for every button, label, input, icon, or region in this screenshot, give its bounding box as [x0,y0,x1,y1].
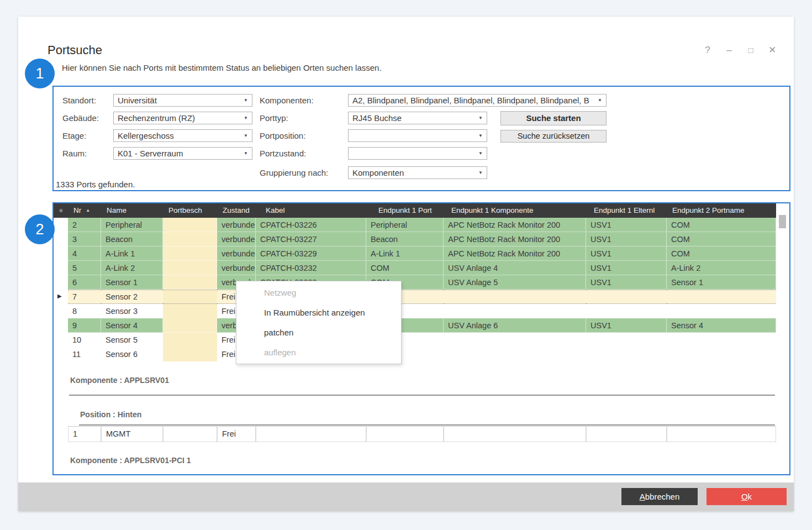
table-cell[interactable] [163,304,217,318]
table-cell[interactable] [667,426,776,442]
raum-dropdown[interactable]: K01 - Serverraum ▼ [113,147,252,160]
table-cell[interactable] [586,290,667,304]
table-cell[interactable]: verbunden [217,246,256,261]
cancel-button[interactable]: Abbrechen [621,488,698,505]
table-row[interactable]: 6Sensor 1verbundenCPATCH-03233COMUSV Anl… [54,275,776,290]
table-cell[interactable]: USV Anlage 4 [444,261,586,275]
column-settings-icon[interactable]: ✳ [54,203,68,218]
table-cell[interactable]: COM [366,261,444,275]
table-cell[interactable] [444,347,586,361]
table-cell[interactable]: Sensor 1 [667,275,776,290]
table-cell[interactable]: Frei [217,426,256,442]
table-cell[interactable] [444,304,586,318]
table-cell[interactable] [163,426,217,442]
table-cell[interactable] [586,304,667,318]
table-cell[interactable]: verbunden [217,261,256,275]
table-row[interactable]: ▶7Sensor 2Frei [54,290,776,304]
table-cell[interactable] [667,333,776,347]
table-row[interactable]: 4A-Link 1verbundenCPATCH-03229A-Link 1AP… [54,246,776,261]
table-cell[interactable]: A-Link 2 [667,261,776,275]
maximize-icon[interactable]: □ [745,44,757,56]
table-row[interactable]: 8Sensor 3Frei [54,304,776,318]
scrollbar-thumb[interactable] [779,215,786,228]
table-row[interactable]: 9Sensor 4verbundenUSV Anlage 6USV1Sensor… [54,318,776,333]
table-cell[interactable]: APC NetBotz Rack Monitor 200 [444,246,586,261]
table-cell[interactable]: verbunden [217,218,256,232]
table-cell[interactable]: COM [667,232,776,246]
table-cell[interactable]: CPATCH-03226 [256,218,366,232]
table-cell[interactable]: USV1 [586,232,667,246]
table-cell[interactable] [444,426,586,442]
table-cell[interactable]: Sensor 1 [101,275,163,290]
ok-button[interactable]: Ok [706,488,787,505]
column-header-endpunkt2-portname[interactable]: Endpunkt 2 Portname [667,203,776,218]
table-cell[interactable]: USV1 [586,261,667,275]
table-row[interactable]: 11Sensor 6Frei [54,347,776,361]
table-cell[interactable]: Sensor 3 [101,304,163,318]
context-menu-item[interactable]: patchen [236,323,401,343]
table-cell[interactable]: 4 [68,246,101,261]
group-header-komponente-applsrv01[interactable]: Komponente : APPLSRV01 [70,376,169,385]
table-cell[interactable]: 5 [68,261,101,275]
vertical-scrollbar[interactable] [776,203,789,474]
table-cell[interactable] [163,333,217,347]
table-row[interactable]: 1MGMTFrei [54,426,776,442]
table-cell[interactable]: 9 [68,318,101,333]
table-cell[interactable]: Sensor 4 [667,318,776,333]
table-cell[interactable]: Beacon [366,232,444,246]
standort-dropdown[interactable]: Universität ▼ [113,94,252,107]
table-cell[interactable]: verbunden [217,232,256,246]
table-cell[interactable]: 6 [68,275,101,290]
gruppierung-dropdown[interactable]: Komponenten ▼ [348,166,487,179]
table-cell[interactable] [667,347,776,361]
table-cell[interactable]: MGMT [101,426,163,442]
table-cell[interactable] [163,290,217,304]
table-cell[interactable]: APC NetBotz Rack Monitor 200 [444,232,586,246]
table-cell[interactable]: APC NetBotz Rack Monitor 200 [444,218,586,232]
subgroup-header-position-hinten[interactable]: Position : Hinten [80,410,141,419]
table-row[interactable]: 5A-Link 2verbundenCPATCH-03232COMUSV Anl… [54,261,776,275]
table-cell[interactable] [163,275,217,290]
table-cell[interactable] [163,246,217,261]
column-header-endpunkt1-komponente[interactable]: Endpunkt 1 Komponente [444,203,586,218]
table-row[interactable]: 2PeripheralverbundenCPATCH-03226Peripher… [54,218,776,232]
table-cell[interactable]: Beacon [101,232,163,246]
table-cell[interactable] [586,347,667,361]
column-header-portbesch[interactable]: Portbesch [163,203,217,218]
table-cell[interactable] [586,333,667,347]
column-header-endpunkt1-eltern[interactable]: Endpunkt 1 Elternl [586,203,667,218]
table-row[interactable]: 10Sensor 5Frei [54,333,776,347]
column-header-name[interactable]: Name [101,203,163,218]
table-cell[interactable]: Sensor 4 [101,318,163,333]
table-cell[interactable]: Sensor 5 [101,333,163,347]
table-cell[interactable] [667,290,776,304]
komponenten-dropdown[interactable]: A2, Blindpanel, Blindpanel, Blindpanel, … [348,94,607,107]
table-cell[interactable]: USV1 [586,318,667,333]
table-cell[interactable]: 2 [68,218,101,232]
table-cell[interactable] [444,290,586,304]
table-cell[interactable]: A-Link 2 [101,261,163,275]
table-cell[interactable]: Sensor 2 [101,290,163,304]
table-cell[interactable]: 3 [68,232,101,246]
table-cell[interactable] [163,218,217,232]
table-cell[interactable]: A-Link 1 [101,246,163,261]
table-cell[interactable] [163,261,217,275]
start-search-button[interactable]: Suche starten [500,111,607,125]
table-cell[interactable] [256,426,366,442]
table-cell[interactable]: USV1 [586,275,667,290]
gebaeude-dropdown[interactable]: Rechenzentrum (RZ) ▼ [113,112,252,124]
table-cell[interactable] [163,232,217,246]
column-header-endpunkt1-port[interactable]: Endpunkt 1 Port [366,203,444,218]
table-cell[interactable]: Peripheral [366,218,444,232]
table-cell[interactable]: COM [667,246,776,261]
table-cell[interactable] [444,333,586,347]
table-cell[interactable]: USV1 [586,246,667,261]
table-cell[interactable] [163,347,217,361]
context-menu-item[interactable]: In Raumübersicht anzeigen [236,303,401,323]
minimize-icon[interactable]: – [723,44,735,56]
portposition-dropdown[interactable]: ▼ [348,129,487,142]
column-header-kabel[interactable]: Kabel [256,203,366,218]
table-cell[interactable]: 7 [68,290,101,304]
table-cell[interactable]: CPATCH-03232 [256,261,366,275]
column-header-zustand[interactable]: Zustand [217,203,256,218]
